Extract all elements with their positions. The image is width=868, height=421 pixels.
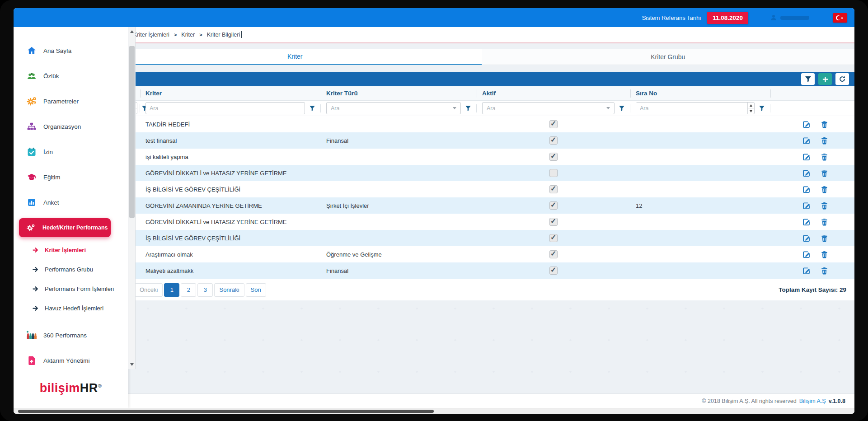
aktif-checkbox[interactable] [549,201,558,210]
header-kriter[interactable]: Kriter [140,86,321,100]
plus-icon [822,76,829,83]
aktif-checkbox[interactable] [549,267,558,275]
edit-button[interactable] [802,136,811,145]
funnel-icon [619,105,625,112]
refresh-button[interactable] [835,73,849,85]
edit-button[interactable] [802,234,811,243]
table-row[interactable]: test finansal Finansal [108,132,854,149]
edit-button[interactable] [802,153,811,161]
aktif-checkbox[interactable] [549,153,558,161]
edit-button[interactable] [802,267,811,275]
delete-button[interactable] [821,169,828,178]
horizontal-scrollbar-thumb[interactable] [18,410,434,413]
scroll-up-arrow[interactable] [128,28,135,35]
header-aktif[interactable]: Aktif [477,86,630,100]
delete-button[interactable] [821,267,828,275]
table-row[interactable]: GÖREVİNİ ZAMANINDA YERİNE GETİRME Şirket… [108,197,854,214]
header-actions [770,86,854,100]
cell-kriter: işi kaliteli yapma [140,154,321,160]
pagination-prev[interactable]: Önceki [135,283,163,297]
pagination-next[interactable]: Sonraki [214,283,244,297]
edit-button[interactable] [802,218,811,226]
edit-button[interactable] [802,250,811,259]
pagination-last[interactable]: Son [246,283,266,297]
delete-button[interactable] [821,234,828,243]
kriter-filter-funnel-button[interactable] [308,104,316,112]
sira-no-filter-input[interactable] [636,102,755,114]
add-button[interactable] [818,73,832,85]
breadcrumb-item-kriter[interactable]: Kriter [181,32,195,38]
sidebar-scrollbar[interactable] [128,27,136,369]
table-row[interactable]: GÖREVİNİ DİKKATLİ ve HATASIZ YERİNE GETİ… [108,214,854,230]
edit-button[interactable] [802,169,811,178]
sidebar-subitem-havuz-hedefi-islemleri[interactable]: Havuz Hedefi İşlemleri [14,299,128,318]
filter-button[interactable] [801,73,815,85]
aktif-checkbox[interactable] [549,250,558,258]
aktif-checkbox[interactable] [549,234,558,242]
delete-button[interactable] [821,136,828,145]
sidebar-item-parametreler[interactable]: Parametreler [14,89,128,114]
kriter-turu-filter-funnel-button[interactable] [464,104,472,112]
table-row[interactable]: GÖREVİNİ DİKKATLİ ve HATASIZ YERİNE GETİ… [108,165,854,181]
table-row[interactable]: Maliyeti azaltmakk Finansal [108,262,854,279]
table-row[interactable]: İŞ BİLGİSİ VE GÖREV ÇEŞİTLİLİĞİ [108,230,854,246]
sidebar-item-360-performans[interactable]: 360 Performans [14,323,128,348]
system-reference-date-badge[interactable]: 11.08.2020 [707,12,748,24]
sidebar-item-organizasyon[interactable]: Organizasyon [14,114,128,139]
company-link[interactable]: Bilişim A.Ş [799,398,826,404]
aktif-filter-select[interactable]: Ara [482,102,615,114]
breadcrumb-item-kriter-islemleri[interactable]: Kriter İşlemleri [133,32,169,38]
table-row[interactable]: TAKDİR HEDEFİ [108,116,854,132]
pagination-page-3[interactable]: 3 [197,283,213,297]
edit-icon [802,218,811,226]
copyright-text: © 2018 Bilişim A.Ş. All rights reserved [702,398,796,404]
edit-button[interactable] [802,120,811,129]
aktif-checkbox[interactable] [549,120,558,128]
sidebar-item-ozluk[interactable]: Özlük [14,63,128,89]
horizontal-scrollbar[interactable] [14,408,854,414]
sidebar-item-anket[interactable]: Anket [14,190,128,215]
aktif-checkbox[interactable] [549,185,558,193]
scroll-down-arrow[interactable] [128,361,135,368]
edit-button[interactable] [802,201,811,210]
tab-kriter[interactable]: Kriter [108,49,482,65]
table-row[interactable]: Araştırmacı olmak Öğrenme ve Gelişme [108,246,854,262]
aktif-filter-funnel-button[interactable] [618,104,626,112]
aktif-checkbox[interactable] [549,169,558,177]
delete-button[interactable] [821,153,828,161]
aktif-checkbox[interactable] [549,218,558,226]
header-sira-no[interactable]: Sıra No [630,86,770,100]
sidebar-item-ana-sayfa[interactable]: Ana Sayfa [14,38,128,63]
kriter-turu-filter-select[interactable]: Ara [326,102,461,114]
delete-button[interactable] [821,218,828,226]
header-kriter-turu[interactable]: Kriter Türü [321,86,477,100]
delete-button[interactable] [821,201,828,210]
delete-button[interactable] [821,250,828,259]
pagination-page-2[interactable]: 2 [181,283,196,297]
number-spinner[interactable] [747,103,754,114]
language-flag-icon[interactable] [833,13,847,23]
sidebar-subitem-performans-grubu[interactable]: Performans Grubu [14,260,128,279]
table-row[interactable]: İŞ BİLGİSİ VE GÖREV ÇEŞİTLİLİĞİ [108,181,854,197]
delete-button[interactable] [821,120,828,129]
edit-button[interactable] [802,185,811,194]
sidebar-item-izin[interactable]: İzin [14,139,128,164]
scrollbar-thumb[interactable] [129,46,135,218]
sidebar-item-egitim[interactable]: Eğitim [14,164,128,190]
aktif-checkbox[interactable] [549,136,558,145]
filter-cell-actions [770,101,854,116]
delete-button[interactable] [821,185,828,194]
sidebar-subitem-performans-form-islemleri[interactable]: Performans Form İşlemleri [14,279,128,299]
pagination-page-1[interactable]: 1 [164,283,179,297]
cell-kriter: Araştırmacı olmak [140,251,321,258]
trash-icon [821,201,828,210]
sidebar-item-hedef-kriter-performans[interactable]: Hedef/Kriter Performans [19,218,111,237]
kriter-filter-input[interactable] [145,102,305,114]
user-info[interactable] [770,14,809,21]
table-row[interactable]: işi kaliteli yapma [108,149,854,165]
sira-no-filter-funnel-button[interactable] [758,104,766,112]
cell-kriter: GÖREVİNİ DİKKATLİ ve HATASIZ YERİNE GETİ… [140,170,321,177]
sidebar-subitem-kriter-islemleri[interactable]: Kriter İşlemleri [14,240,128,260]
sidebar-item-aktarim-yonetimi[interactable]: Aktarım Yönetimi [14,348,128,373]
tab-kriter-grubu[interactable]: Kriter Grubu [482,49,855,65]
